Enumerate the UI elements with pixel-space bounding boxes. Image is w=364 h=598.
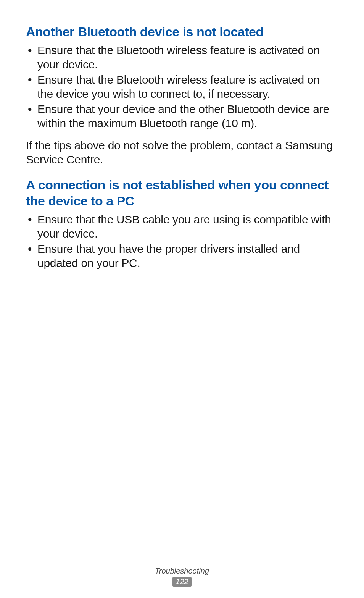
bullet-list-bluetooth: Ensure that the Bluetooth wireless featu… <box>26 43 338 131</box>
list-item: Ensure that the USB cable you are using … <box>26 212 338 241</box>
bullet-list-pc: Ensure that the USB cable you are using … <box>26 212 338 270</box>
page-number: 122 <box>172 577 191 587</box>
page-footer: Troubleshooting 122 <box>0 567 364 587</box>
footer-section-name: Troubleshooting <box>0 567 364 575</box>
heading-bluetooth: Another Bluetooth device is not located <box>26 24 338 40</box>
list-item: Ensure that your device and the other Bl… <box>26 102 338 131</box>
section-bluetooth: Another Bluetooth device is not located … <box>26 24 338 167</box>
section-pc-connection: A connection is not established when you… <box>26 177 338 270</box>
list-item: Ensure that you have the proper drivers … <box>26 242 338 270</box>
heading-pc-connection: A connection is not established when you… <box>26 177 338 209</box>
paragraph-bluetooth: If the tips above do not solve the probl… <box>26 138 338 167</box>
list-item: Ensure that the Bluetooth wireless featu… <box>26 73 338 101</box>
list-item: Ensure that the Bluetooth wireless featu… <box>26 43 338 72</box>
